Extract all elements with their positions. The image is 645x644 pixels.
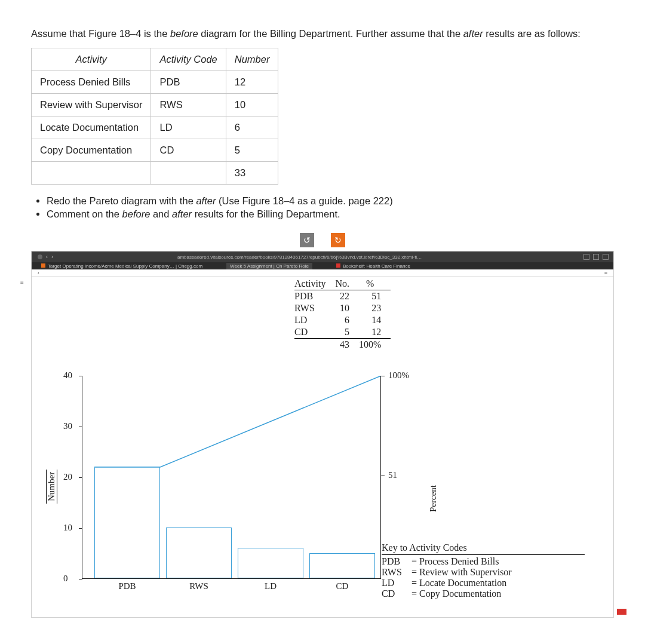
page-flag-icon[interactable] [617, 609, 626, 615]
after-results-table: Activity Activity Code Number Process De… [31, 48, 278, 185]
browser-tab[interactable]: Bookshelf: Health Care Finance [336, 263, 410, 269]
x-category-label: CD [336, 581, 349, 591]
table-row: Copy Documentation CD 5 [32, 139, 278, 162]
table-row: Process Denied Bills PDB 12 [32, 71, 278, 94]
col-activity: Activity [32, 48, 151, 71]
reader-menu-icon[interactable]: ≡ [604, 270, 607, 276]
legend-box: Key to Activity Codes PDB = Process Deni… [382, 542, 585, 599]
bookshelf-favicon-icon [336, 263, 340, 268]
address-bar[interactable]: ambassadored.vitalsource.com/reader/book… [177, 254, 422, 260]
browser-toolbar: ‹ › ambassadored.vitalsource.com/reader/… [32, 252, 613, 262]
y-axis-label: Number [46, 470, 57, 504]
right-y-axis-label: Percent [428, 485, 438, 512]
intro-after-word: after [463, 28, 483, 39]
nav-back-icon[interactable]: ‹ [46, 254, 48, 260]
browser-tab-active[interactable]: Week 5 Assignment | Ch Pareto Role [226, 263, 312, 269]
y-tick-label: 10 [63, 523, 72, 533]
browser-tab-strip: Target Operating Income/Acme Medical Sup… [32, 262, 613, 269]
share-icon[interactable] [583, 254, 589, 260]
col-number: Number [226, 48, 278, 71]
table-row: Locate Documentation LD 6 [32, 116, 278, 139]
x-category-label: LD [265, 581, 277, 591]
chegg-favicon-icon [41, 263, 45, 268]
add-tab-icon[interactable] [593, 254, 599, 260]
tabs-icon[interactable] [603, 254, 609, 260]
y-tick-label: 20 [63, 472, 72, 482]
cumulative-line [82, 376, 382, 580]
browser-tab[interactable]: Target Operating Income/Acme Medical Sup… [41, 263, 202, 269]
y-tick-label: 0 [63, 574, 68, 584]
x-category-label: PDB [118, 581, 136, 591]
intro-text: diagram for the Billing Department. Furt… [198, 28, 463, 39]
hamburger-icon[interactable]: ≡ [19, 279, 26, 286]
before-summary-table: Activity No. % PDB2251 RWS1023 LD614 CD5… [294, 278, 391, 351]
reader-toolbar: ‹ ≡ [32, 269, 613, 277]
intro-before-word: before [170, 28, 198, 39]
table-total-row: 33 [32, 162, 278, 185]
table-row: Review with Supervisor RWS 10 [32, 94, 278, 116]
right-tick-label: 100% [388, 370, 409, 381]
intro-text: Assume that Figure 18–4 is the [31, 28, 170, 39]
y-tick-label: 40 [63, 370, 72, 381]
sidebar-toggle-icon[interactable] [38, 254, 42, 259]
pareto-chart: Number 010203040PDBRWSLDCD 51100% Percen… [47, 366, 598, 611]
intro-paragraph: Assume that Figure 18–4 is the before di… [31, 27, 614, 41]
x-category-label: RWS [189, 581, 208, 591]
undo-button[interactable]: ↺ [300, 233, 314, 247]
embedded-screenshot: ‹ › ambassadored.vitalsource.com/reader/… [31, 251, 614, 618]
nav-forward-icon[interactable]: › [51, 254, 53, 260]
intro-text: results are as follows: [483, 28, 580, 39]
legend-title: Key to Activity Codes [382, 542, 585, 555]
right-tick-label: 51 [388, 470, 397, 480]
reader-back-icon[interactable]: ‹ [38, 270, 39, 276]
col-activity-code: Activity Code [151, 48, 226, 71]
instruction-item: Comment on the before and after results … [47, 208, 614, 220]
instruction-item: Redo the Pareto diagram with the after (… [47, 195, 614, 207]
redo-button[interactable]: ↻ [331, 233, 345, 247]
history-controls: ↺ ↻ [31, 233, 614, 247]
reader-left-rail: ≡ [19, 279, 26, 286]
y-tick-label: 30 [63, 421, 72, 431]
instruction-list: Redo the Pareto diagram with the after (… [47, 195, 614, 220]
